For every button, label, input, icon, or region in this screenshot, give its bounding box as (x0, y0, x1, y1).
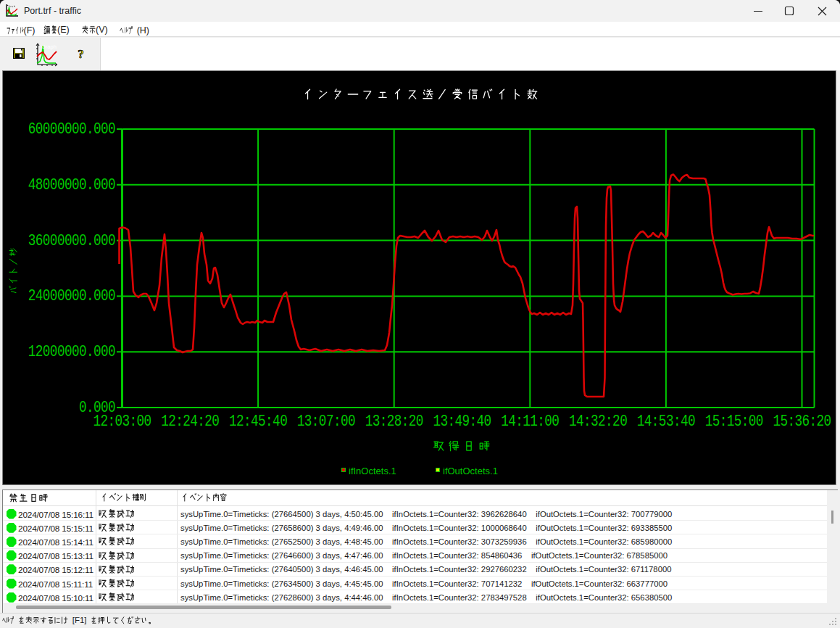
svg-text:Graph: Graph (41, 44, 57, 50)
svg-text:?: ? (78, 48, 84, 60)
